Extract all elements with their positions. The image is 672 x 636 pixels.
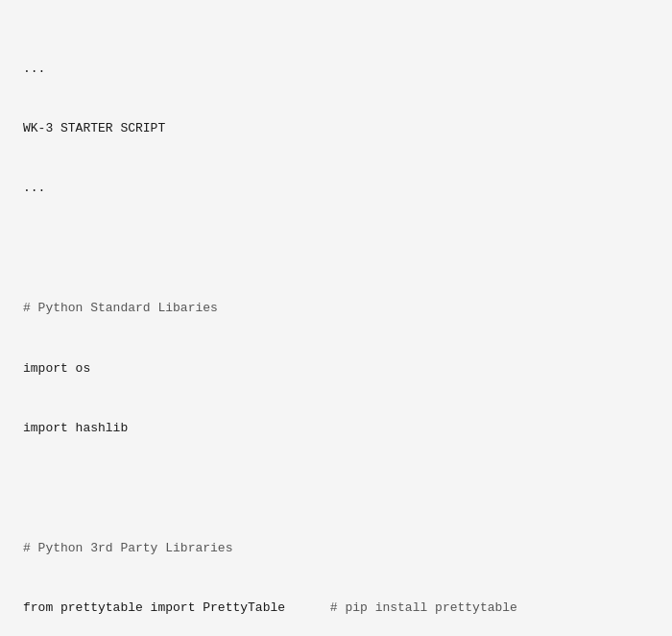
empty-line [23, 478, 649, 499]
code-line: # Python Standard Libaries [23, 299, 649, 319]
code-line: import hashlib [23, 419, 649, 439]
code-line: import os [23, 359, 649, 379]
code-line: from prettytable import PrettyTable # pi… [23, 599, 649, 619]
code-line: WK-3 STARTER SCRIPT [23, 119, 649, 139]
code-line: ... [23, 179, 649, 199]
code-editor: ... WK-3 STARTER SCRIPT ... # Python Sta… [0, 0, 672, 636]
code-line: ... [23, 60, 649, 80]
empty-line [23, 239, 649, 259]
code-line: # Python 3rd Party Libraries [23, 539, 649, 559]
